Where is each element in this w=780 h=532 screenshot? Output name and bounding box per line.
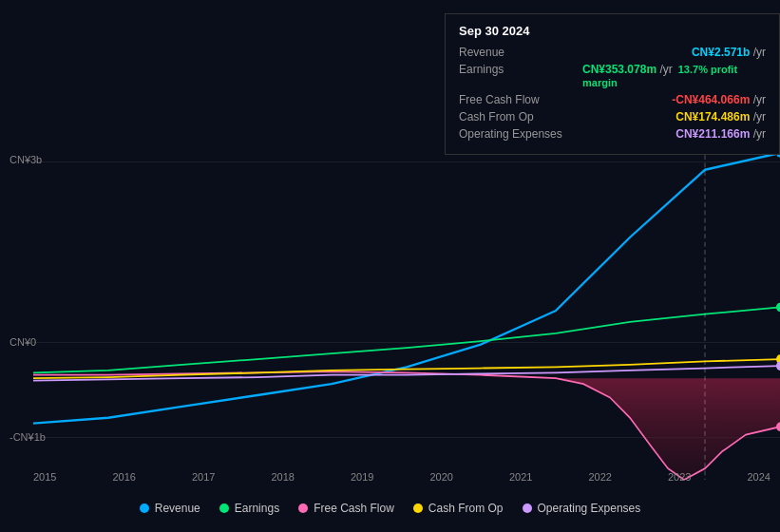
x-label-2019: 2019: [351, 471, 373, 483]
legend-label-cashop: Cash From Op: [428, 502, 504, 515]
tooltip-value-fcf: -CN¥464.066m /yr: [672, 93, 766, 106]
legend-dot-fcf: [298, 504, 308, 513]
chart-container: Sep 30 2024 Revenue CN¥2.571b /yr Earnin…: [0, 0, 780, 532]
legend-label-fcf: Free Cash Flow: [314, 502, 394, 515]
tooltip-row-earnings: Earnings CN¥353.078m /yr13.7% profit mar…: [459, 63, 766, 89]
tooltip-value-earnings: CN¥353.078m /yr13.7% profit margin: [582, 63, 766, 89]
tooltip-label-fcf: Free Cash Flow: [459, 93, 573, 106]
x-label-2017: 2017: [192, 471, 215, 483]
x-label-2024: 2024: [748, 471, 770, 483]
tooltip-label-opex: Operating Expenses: [459, 127, 573, 141]
legend-dot-revenue: [140, 504, 149, 513]
x-label-2016: 2016: [113, 471, 136, 483]
x-label-2018: 2018: [272, 471, 295, 483]
legend: Revenue Earnings Free Cash Flow Cash Fro…: [0, 502, 780, 515]
legend-item-opex[interactable]: Operating Expenses: [523, 502, 641, 515]
x-label-2022: 2022: [589, 471, 612, 483]
tooltip-label-earnings: Earnings: [459, 63, 573, 76]
tooltip-row-revenue: Revenue CN¥2.571b /yr: [459, 46, 766, 59]
legend-label-opex: Operating Expenses: [538, 502, 641, 515]
legend-item-cashop[interactable]: Cash From Op: [413, 502, 504, 515]
legend-label-earnings: Earnings: [235, 502, 279, 515]
legend-item-fcf[interactable]: Free Cash Flow: [298, 502, 394, 515]
legend-dot-cashop: [413, 504, 423, 513]
x-label-2020: 2020: [430, 471, 453, 483]
tooltip-row-opex: Operating Expenses CN¥211.166m /yr: [459, 127, 766, 141]
tooltip-date: Sep 30 2024: [459, 24, 766, 38]
chart-svg: [33, 147, 780, 480]
tooltip-value-cashop: CN¥174.486m /yr: [675, 110, 766, 124]
legend-label-revenue: Revenue: [155, 502, 200, 515]
fcf-area: [556, 378, 780, 480]
tooltip-label-cashop: Cash From Op: [459, 110, 573, 124]
legend-dot-opex: [523, 504, 532, 513]
earnings-dot: [776, 303, 780, 312]
tooltip-label-revenue: Revenue: [459, 46, 573, 59]
legend-item-earnings[interactable]: Earnings: [219, 502, 279, 515]
tooltip-row-fcf: Free Cash Flow -CN¥464.066m /yr: [459, 93, 766, 106]
tooltip-value-opex: CN¥211.166m /yr: [675, 127, 766, 141]
x-label-2021: 2021: [509, 471, 532, 483]
legend-dot-earnings: [219, 504, 229, 513]
opex-dot: [776, 361, 780, 370]
legend-item-revenue[interactable]: Revenue: [140, 502, 200, 515]
x-labels: 2015 2016 2017 2018 2019 2020 2021 2022 …: [33, 471, 780, 483]
tooltip-value-revenue: CN¥2.571b /yr: [692, 46, 766, 59]
tooltip-row-cashop: Cash From Op CN¥174.486m /yr: [459, 110, 766, 124]
y-label-zero: CN¥0: [10, 336, 36, 348]
tooltip-box: Sep 30 2024 Revenue CN¥2.571b /yr Earnin…: [445, 13, 780, 155]
x-label-2015: 2015: [33, 471, 56, 483]
x-label-2023: 2023: [668, 471, 691, 483]
